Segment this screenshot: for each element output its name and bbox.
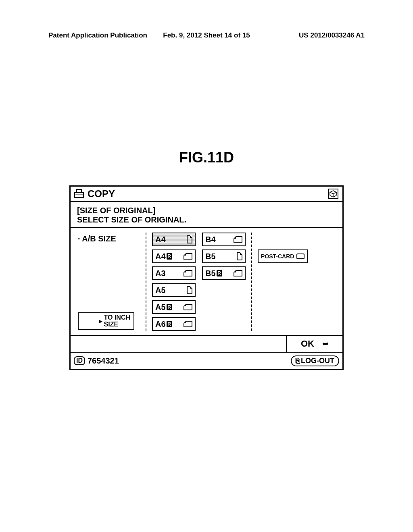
size-label: A5	[155, 303, 166, 312]
to-inch-line2: SIZE	[104, 321, 130, 328]
size-column-b: B4B5B5R	[202, 233, 246, 331]
logout-button[interactable]: ⎘ LOG-OUT	[291, 355, 339, 366]
svg-marker-3	[330, 191, 336, 194]
landscape-icon	[234, 270, 242, 276]
landscape-icon	[184, 321, 192, 327]
size-button-b5-r[interactable]: B5R	[202, 266, 246, 280]
landscape-icon	[184, 270, 192, 276]
portrait-icon	[187, 235, 192, 243]
printer-icon	[73, 189, 85, 199]
confirm-row: OK ➥	[71, 336, 342, 353]
size-label: B5	[205, 269, 216, 278]
figure-label: FIG.11D	[0, 149, 413, 166]
instruction-title: [SIZE OF ORIGINAL]	[77, 206, 336, 215]
special-size-column: POST-CARD	[252, 233, 339, 331]
size-button-a5[interactable]: A5	[152, 283, 196, 297]
size-label: B5	[205, 252, 216, 261]
size-button-a4[interactable]: A4	[152, 233, 196, 246]
header-sheet: Feb. 9, 2012 Sheet 14 of 15	[154, 31, 259, 39]
size-button-b4[interactable]: B4	[202, 233, 246, 246]
svg-line-8	[333, 195, 336, 197]
size-button-a4-r[interactable]: A4R	[152, 249, 196, 263]
category-column: · A/B SIZE ▶ TO INCH SIZE	[74, 233, 146, 331]
portrait-icon	[237, 252, 242, 260]
postcard-landscape-icon	[296, 254, 305, 259]
size-label: A4	[155, 235, 166, 244]
logout-icon: ⎘	[296, 357, 300, 365]
size-label: B4	[205, 235, 216, 244]
postcard-label: POST-CARD	[261, 253, 294, 260]
copy-panel: COPY [SIZE OF ORIGINAL] SELECT SIZE OF O…	[69, 185, 344, 370]
to-inch-line1: TO INCH	[104, 314, 130, 321]
svg-line-7	[330, 195, 333, 197]
size-buttons-group: A4A4RA3A5A5RA6R B4B5B5R	[146, 233, 252, 331]
to-inch-size-button[interactable]: ▶ TO INCH SIZE	[78, 312, 134, 330]
title-bar: COPY	[71, 187, 342, 202]
svg-rect-0	[75, 193, 83, 197]
header-patent-number: US 2012/0033246 A1	[259, 31, 365, 39]
logout-label: LOG-OUT	[301, 357, 334, 365]
category-label: · A/B SIZE	[78, 234, 146, 243]
rotated-badge: R	[167, 321, 172, 327]
size-column-a: A4A4RA3A5A5RA6R	[152, 233, 196, 331]
rotated-badge: R	[217, 270, 222, 276]
enter-icon: ➥	[322, 339, 328, 348]
postcard-button[interactable]: POST-CARD	[258, 249, 308, 263]
size-button-a5-r[interactable]: A5R	[152, 300, 196, 314]
status-bar: ID 7654321 ⎘ LOG-OUT	[71, 353, 342, 369]
size-label: A6	[155, 320, 166, 329]
instruction-text: SELECT SIZE OF ORIGINAL.	[77, 215, 336, 224]
landscape-icon	[234, 236, 242, 243]
landscape-icon	[184, 304, 192, 310]
header-publication: Patent Application Publication	[48, 31, 154, 39]
size-label: A3	[155, 269, 166, 278]
rotated-badge: R	[167, 253, 172, 260]
id-badge: ID	[74, 356, 85, 365]
instruction-block: [SIZE OF ORIGINAL] SELECT SIZE OF ORIGIN…	[71, 202, 342, 228]
size-button-b5[interactable]: B5	[202, 249, 246, 263]
svg-rect-1	[77, 189, 81, 193]
rotated-badge: R	[167, 304, 172, 310]
size-button-a6-r[interactable]: A6R	[152, 317, 196, 331]
title-text: COPY	[88, 188, 115, 200]
arrow-right-icon: ▶	[99, 318, 102, 324]
size-label: A5	[155, 286, 166, 295]
cube-icon[interactable]	[328, 189, 338, 199]
user-id: 7654321	[88, 356, 119, 366]
size-button-a3[interactable]: A3	[152, 266, 196, 280]
portrait-icon	[187, 286, 192, 294]
ok-button[interactable]: OK ➥	[286, 336, 342, 352]
size-label: A4	[155, 252, 166, 261]
size-selection-area: · A/B SIZE ▶ TO INCH SIZE A4A4RA3A5A5RA6…	[71, 228, 342, 336]
doc-header: Patent Application Publication Feb. 9, 2…	[48, 31, 365, 39]
landscape-icon	[184, 253, 192, 260]
ok-label: OK	[301, 339, 314, 349]
